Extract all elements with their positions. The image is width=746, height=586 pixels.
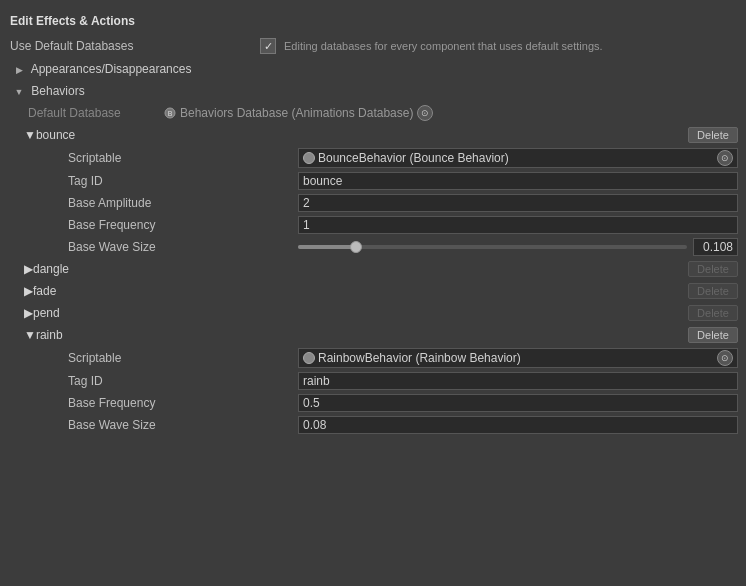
svg-text:B: B [168,110,173,117]
rainb-tagid-row: Tag ID rainb [0,370,746,392]
fade-delete-area: Delete [298,283,738,299]
bounce-frequency-row: Base Frequency 1 [0,214,746,236]
use-default-label: Use Default Databases [10,39,260,53]
dangle-delete-area: Delete [298,261,738,277]
bounce-section-header: ▼ bounce Delete [0,124,746,146]
rainb-delete-area: Delete [298,327,738,343]
default-db-value: B Behaviors Database (Animations Databas… [163,105,738,121]
pend-delete-area: Delete [298,305,738,321]
bounce-slider-fill [298,245,356,249]
fade-label-area[interactable]: ▶ fade [8,284,298,298]
bounce-scriptable-row: Scriptable BounceBehavior (Bounce Behavi… [0,146,746,170]
use-default-checkbox[interactable]: ✓ [260,38,276,54]
edit-effects-panel: Edit Effects & Actions Use Default Datab… [0,0,746,444]
appearances-section-header[interactable]: ▶ Appearances/Disappearances [0,58,746,80]
rainb-frequency-row: Base Frequency 0.5 [0,392,746,414]
rainb-scriptable-value: RainbowBehavior (Rainbow Behavior) ⊙ [298,348,738,368]
rainb-scriptable-circle[interactable]: ⊙ [717,350,733,366]
rainb-tagid-label: Tag ID [8,374,298,388]
bounce-delete-button[interactable]: Delete [688,127,738,143]
bounce-label: bounce [36,128,75,142]
rainb-scriptable-row: Scriptable RainbowBehavior (Rainbow Beha… [0,346,746,370]
fade-label: fade [33,284,56,298]
pend-delete-button[interactable]: Delete [688,305,738,321]
dangle-delete-button[interactable]: Delete [688,261,738,277]
rainb-scriptable-icon [303,352,315,364]
rainb-wavesize-value[interactable]: 0.08 [298,416,738,434]
fade-arrow[interactable]: ▶ [24,284,33,298]
bounce-tagid-row: Tag ID bounce [0,170,746,192]
bounce-tagid-value[interactable]: bounce [298,172,738,190]
appearances-arrow[interactable]: ▶ [12,63,26,77]
bounce-slider-container: 0.108 [298,238,738,256]
rainb-frequency-label: Base Frequency [8,396,298,410]
db-icon-svg: B [164,107,176,119]
default-db-label: Default Database [8,106,163,120]
bounce-wavesize-label: Base Wave Size [8,240,298,254]
default-db-circle-btn[interactable]: ⊙ [417,105,433,121]
bounce-amplitude-value[interactable]: 2 [298,194,738,212]
rainb-wavesize-row: Base Wave Size 0.08 [0,414,746,436]
pend-label-area[interactable]: ▶ pend [8,306,298,320]
bounce-slider-track[interactable] [298,245,687,249]
bounce-wavesize-value[interactable]: 0.108 [693,238,738,256]
rainb-frequency-value[interactable]: 0.5 [298,394,738,412]
bounce-scriptable-circle[interactable]: ⊙ [717,150,733,166]
bounce-scriptable-label: Scriptable [8,151,298,165]
behaviors-label: Behaviors [31,84,84,98]
rainb-section-header: ▼ rainb Delete [0,324,746,346]
behaviors-arrow[interactable]: ▼ [12,85,26,99]
dangle-arrow[interactable]: ▶ [24,262,33,276]
rainb-delete-button[interactable]: Delete [688,327,738,343]
pend-arrow[interactable]: ▶ [24,306,33,320]
bounce-tagid-label: Tag ID [8,174,298,188]
bounce-frequency-value[interactable]: 1 [298,216,738,234]
use-default-description: Editing databases for every component th… [284,40,736,52]
rainb-arrow[interactable]: ▼ [24,328,36,342]
pend-label: pend [33,306,60,320]
rainb-wavesize-label: Base Wave Size [8,418,298,432]
bounce-scriptable-value: BounceBehavior (Bounce Behavior) ⊙ [298,148,738,168]
dangle-section-header: ▶ dangle Delete [0,258,746,280]
default-db-row: Default Database B Behaviors Database (A… [0,102,746,124]
bounce-frequency-label: Base Frequency [8,218,298,232]
behaviors-section-header[interactable]: ▼ Behaviors [0,80,746,102]
bounce-label-area[interactable]: ▼ bounce [8,128,298,142]
dangle-label-area[interactable]: ▶ dangle [8,262,298,276]
appearances-label: Appearances/Disappearances [31,62,192,76]
rainb-tagid-value[interactable]: rainb [298,372,738,390]
db-icon: B [163,106,177,120]
rainb-label-area[interactable]: ▼ rainb [8,328,298,342]
fade-delete-button[interactable]: Delete [688,283,738,299]
bounce-amplitude-row: Base Amplitude 2 [0,192,746,214]
bounce-amplitude-label: Base Amplitude [8,196,298,210]
bounce-wavesize-row: Base Wave Size 0.108 [0,236,746,258]
use-default-row: Use Default Databases ✓ Editing database… [0,34,746,58]
panel-title: Edit Effects & Actions [0,8,746,34]
pend-section-header: ▶ pend Delete [0,302,746,324]
bounce-arrow[interactable]: ▼ [24,128,36,142]
fade-section-header: ▶ fade Delete [0,280,746,302]
bounce-scriptable-text: BounceBehavior (Bounce Behavior) [318,151,509,165]
rainb-scriptable-label: Scriptable [8,351,298,365]
bounce-scriptable-icon [303,152,315,164]
default-db-text: Behaviors Database (Animations Database) [180,106,413,120]
rainb-label: rainb [36,328,63,342]
rainb-scriptable-text: RainbowBehavior (Rainbow Behavior) [318,351,521,365]
bounce-delete-area: Delete [298,127,738,143]
dangle-label: dangle [33,262,69,276]
bounce-slider-thumb[interactable] [350,241,362,253]
